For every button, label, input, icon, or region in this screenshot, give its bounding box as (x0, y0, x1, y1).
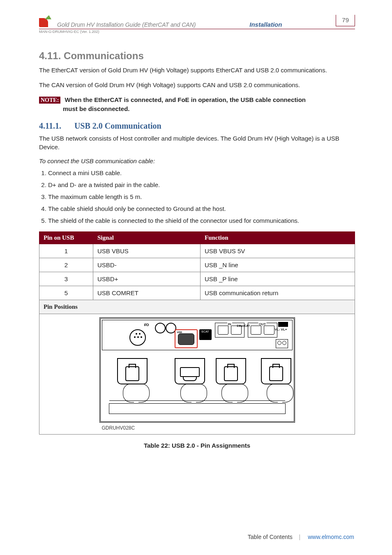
io-label: I/O (144, 323, 149, 327)
table-caption: Table 22: USB 2.0 - Pin Assignments (39, 442, 355, 449)
step-1: Connect a mini USB cable. (48, 169, 355, 177)
figure-row: I/O USB ECAT IN EtherCAT (39, 314, 355, 435)
brand-badge-icon (278, 322, 288, 327)
website-link[interactable]: www.elmomc.com (308, 534, 354, 540)
connector-leg-icon (216, 358, 246, 384)
step-5: The shield of the cable is connected to … (48, 216, 355, 225)
subsection-para: The USB network consists of Host control… (39, 134, 355, 152)
connect-instruction: To connect the USB communication cable: (39, 157, 355, 164)
note-line-2: must be disconnected. (63, 104, 355, 114)
subsection-heading: USB 2.0 Communication (74, 121, 161, 130)
ethercat-out-port: OUT (248, 323, 277, 338)
section-para-2: The CAN version of Gold Drum HV (High Vo… (39, 81, 355, 90)
steps-list: Connect a mini USB cable. D+ and D- are … (39, 169, 355, 225)
gear-icon (155, 323, 166, 333)
col-signal: Signal (93, 232, 201, 244)
note-block: NOTE: When the EtherCAT is connected, an… (39, 95, 355, 114)
page-header: Gold Drum HV Installation Guide (EtherCA… (39, 16, 355, 28)
table-row: 5 USB COMRET USB communication return (39, 286, 355, 300)
section-para-1: The EtherCAT version of Gold Drum HV (Hi… (39, 66, 355, 75)
step-3: The maximum cable length is 5 m. (48, 192, 355, 201)
note-tag: NOTE: (39, 97, 60, 104)
table-row: 1 USB VBUS USB VBUS 5V (39, 244, 355, 258)
table-row: 2 USBD- USB _N line (39, 258, 355, 272)
connector-leg-icon (117, 358, 148, 384)
col-function: Function (201, 232, 355, 244)
cell-signal: USB VBUS (93, 244, 201, 258)
toc-link[interactable]: Table of Contents (248, 534, 293, 540)
cell-pin: 3 (39, 272, 93, 286)
step-2: D+ and D- are a twisted pair in the cabl… (48, 180, 355, 189)
doc-code: MAN-G-DRUMHVIG-EC (Ver. 1.202) (39, 29, 355, 34)
page-footer: Table of Contents |www.elmomc.com (248, 534, 354, 540)
cell-func: USB _P line (201, 272, 355, 286)
connector-leg-icon (175, 358, 205, 384)
figure-id: GDRUHV028C (102, 425, 295, 431)
figure-cell: I/O USB ECAT IN EtherCAT (39, 314, 355, 435)
cell-func: USB VBUS 5V (201, 244, 355, 258)
cell-signal: USBD+ (93, 272, 201, 286)
connector-leg-icon (261, 358, 291, 384)
page-number: 79 (336, 15, 355, 26)
pin-assignments-table: Pin on USB Signal Function 1 USB VBUS US… (39, 231, 355, 435)
io-connector-icon (129, 329, 146, 346)
footer-separator: | (299, 534, 301, 540)
subsection-number: 4.11.1. (39, 121, 61, 131)
power-terminal-icon (276, 339, 288, 348)
usb-port-highlight: USB (175, 329, 198, 348)
step-4: The cable shield should only be connecte… (48, 204, 355, 213)
table-header-row: Pin on USB Signal Function (39, 232, 355, 244)
subsection-4-11-1-title: 4.11.1.USB 2.0 Communication (39, 121, 355, 131)
cell-pin: 2 (39, 258, 93, 272)
logo (39, 16, 55, 28)
usb-port-icon (178, 333, 194, 345)
cell-pin: 1 (39, 244, 93, 258)
cell-func: USB _N line (201, 258, 355, 272)
device-figure: I/O USB ECAT IN EtherCAT (99, 317, 295, 431)
cell-signal: USBD- (93, 258, 201, 272)
pin-positions-row: Pin Positions (39, 300, 355, 314)
base-bar-icon (109, 403, 286, 414)
device-front-view (99, 352, 295, 423)
table-row: 3 USBD+ USB _P line (39, 272, 355, 286)
cell-signal: USB COMRET (93, 286, 201, 300)
cell-func: USB communication return (201, 286, 355, 300)
note-line-1: When the EtherCAT is connected, and FoE … (65, 96, 306, 103)
section-label: Installation (249, 21, 282, 28)
section-4-11-title: 4.11. Communications (39, 50, 355, 62)
cell-pin: 5 (39, 286, 93, 300)
vl-label: VL- VL+ (274, 328, 287, 331)
guide-title: Gold Drum HV Installation Guide (EtherCA… (57, 21, 196, 28)
ecat-label: ECAT (199, 329, 212, 340)
device-top-view: I/O USB ECAT IN EtherCAT (99, 317, 295, 353)
col-pin: Pin on USB (39, 232, 93, 244)
pin-positions-label: Pin Positions (39, 300, 355, 314)
